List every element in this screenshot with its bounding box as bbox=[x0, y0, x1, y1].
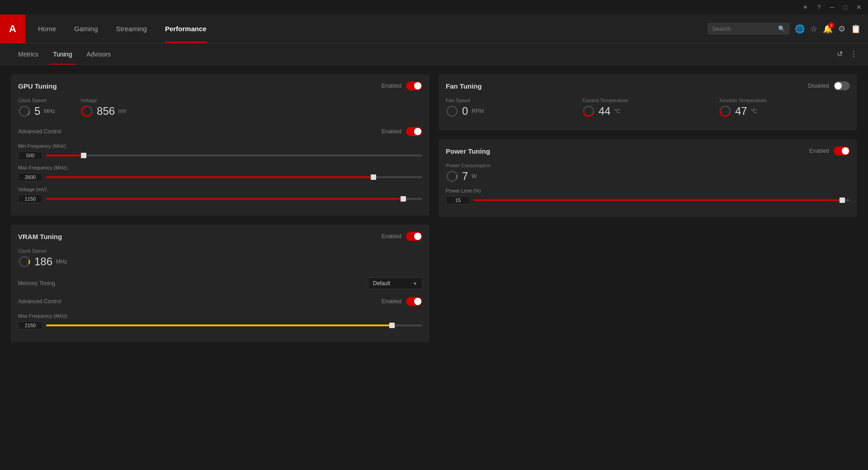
search-box[interactable]: 🔍 bbox=[708, 23, 789, 34]
min-freq-track[interactable] bbox=[46, 155, 422, 156]
memory-timing-label: Memory Timing bbox=[18, 280, 55, 287]
power-limit-track[interactable] bbox=[474, 199, 850, 201]
gpu-tuning-card: GPU Tuning Enabled Clock Speed 5 bbox=[11, 74, 429, 216]
nav-home[interactable]: Home bbox=[29, 14, 65, 43]
power-consumption-value: 7 bbox=[462, 170, 468, 183]
gpu-advanced-enabled-label: Enabled bbox=[382, 128, 401, 135]
power-tuning-status: Enabled bbox=[809, 146, 850, 155]
tab-metrics[interactable]: Metrics bbox=[11, 43, 46, 65]
globe-icon[interactable]: 🌐 bbox=[795, 24, 805, 34]
min-freq-container: Min Frequency (MHz) 500 bbox=[18, 143, 422, 160]
power-limit-row: 15 bbox=[446, 196, 850, 204]
gpu-voltage-unit: mV bbox=[118, 108, 127, 114]
max-freq-value[interactable]: 2600 bbox=[18, 173, 42, 181]
vram-advanced-toggle[interactable] bbox=[406, 297, 422, 306]
max-freq-row: 2600 bbox=[18, 173, 422, 181]
power-consumption-dial bbox=[446, 170, 458, 183]
gpu-tuning-status: Enabled bbox=[382, 81, 422, 90]
app-logo[interactable]: A bbox=[0, 14, 25, 43]
fan-speed-dial bbox=[446, 105, 458, 118]
search-icon: 🔍 bbox=[778, 25, 785, 32]
power-consumption-label: Power Consumption bbox=[446, 163, 491, 168]
left-panel: GPU Tuning Enabled Clock Speed 5 bbox=[11, 74, 429, 461]
gpu-tuning-title: GPU Tuning bbox=[18, 82, 57, 90]
book-icon[interactable]: 📋 bbox=[851, 24, 861, 34]
refresh-icon[interactable]: ↺ bbox=[837, 50, 843, 58]
gpu-advanced-label: Advanced Control bbox=[18, 128, 61, 135]
vram-clock-unit: MHz bbox=[56, 258, 67, 265]
search-input[interactable] bbox=[712, 25, 775, 32]
gpu-clock-label: Clock Speed bbox=[18, 98, 55, 103]
max-freq-track[interactable] bbox=[46, 176, 422, 178]
vram-advanced-enabled-label: Enabled bbox=[382, 298, 401, 305]
memory-timing-dropdown[interactable]: Default ▼ bbox=[368, 277, 422, 289]
gpu-clock-stat: Clock Speed 5 MHz bbox=[18, 98, 55, 118]
vram-advanced-status: Enabled bbox=[382, 297, 422, 306]
vram-enabled-label: Enabled bbox=[382, 233, 401, 240]
tab-tuning[interactable]: Tuning bbox=[46, 43, 79, 65]
sub-nav-right: ↺ ⋮ bbox=[837, 50, 857, 58]
more-options-icon[interactable]: ⋮ bbox=[850, 50, 857, 58]
sub-nav: Metrics Tuning Advisors ↺ ⋮ bbox=[0, 43, 868, 65]
max-freq-thumb[interactable] bbox=[371, 174, 376, 180]
fan-speed-label: Fan Speed bbox=[446, 98, 577, 103]
nav-gaming[interactable]: Gaming bbox=[65, 14, 107, 43]
max-freq-container: Max Frequency (MHz) 2600 bbox=[18, 165, 422, 181]
gpu-advanced-toggle[interactable] bbox=[406, 127, 422, 136]
gpu-voltage-value: 856 bbox=[97, 105, 115, 118]
vram-tuning-title: VRAM Tuning bbox=[18, 233, 62, 240]
bell-icon[interactable]: 🔔 2 bbox=[823, 24, 833, 34]
power-enabled-label: Enabled bbox=[809, 148, 829, 154]
voltage-mv-value[interactable]: 1150 bbox=[18, 195, 42, 203]
min-freq-thumb[interactable] bbox=[81, 153, 86, 158]
max-freq-fill bbox=[46, 176, 373, 178]
fan-tuning-toggle[interactable] bbox=[834, 81, 850, 90]
gpu-clock-value: 5 bbox=[34, 105, 40, 118]
nav-performance[interactable]: Performance bbox=[156, 14, 216, 43]
close-icon[interactable]: ✕ bbox=[854, 2, 864, 13]
max-freq-label: Max Frequency (MHz) bbox=[18, 165, 422, 170]
min-freq-row: 500 bbox=[18, 151, 422, 160]
vram-max-freq-thumb[interactable] bbox=[389, 323, 395, 328]
power-limit-value[interactable]: 15 bbox=[446, 196, 470, 204]
power-consumption-stat: Power Consumption 7 W bbox=[446, 163, 491, 183]
voltage-mv-track[interactable] bbox=[46, 198, 422, 200]
power-tuning-toggle[interactable] bbox=[834, 146, 850, 155]
title-bar: ☀ ? ─ □ ✕ bbox=[0, 0, 868, 14]
tab-advisors[interactable]: Advisors bbox=[79, 43, 118, 65]
gpu-tuning-header: GPU Tuning Enabled bbox=[18, 81, 422, 90]
voltage-mv-row: 1150 bbox=[18, 195, 422, 203]
gpu-tuning-toggle[interactable] bbox=[406, 81, 422, 90]
vram-tuning-toggle[interactable] bbox=[406, 232, 422, 241]
gpu-voltage-stat: Voltage 856 mV bbox=[80, 98, 127, 118]
power-consumption-value-row: 7 W bbox=[446, 170, 491, 183]
nav-links: Home Gaming Streaming Performance bbox=[29, 14, 216, 43]
vram-clock-dial bbox=[18, 255, 31, 268]
gpu-voltage-dial bbox=[80, 105, 93, 118]
vram-max-freq-value[interactable]: 2150 bbox=[18, 321, 42, 329]
maximize-icon[interactable]: □ bbox=[841, 2, 850, 13]
nav-streaming[interactable]: Streaming bbox=[107, 14, 156, 43]
power-tuning-header: Power Tuning Enabled bbox=[446, 146, 850, 155]
vram-max-freq-track[interactable] bbox=[46, 324, 422, 326]
vram-max-freq-row: 2150 bbox=[18, 321, 422, 329]
power-limit-thumb[interactable] bbox=[840, 197, 845, 203]
gpu-stats-row: Clock Speed 5 MHz Voltage bbox=[18, 98, 422, 118]
min-freq-value[interactable]: 500 bbox=[18, 151, 42, 160]
power-consumption-unit: W bbox=[472, 173, 476, 179]
vram-advanced-control-row: Advanced Control Enabled bbox=[18, 293, 422, 310]
star-icon[interactable]: ☆ bbox=[810, 24, 817, 34]
main-content: GPU Tuning Enabled Clock Speed 5 bbox=[0, 65, 868, 470]
sun-icon[interactable]: ☀ bbox=[800, 2, 811, 13]
power-limit-container: Power Limit (%) 15 bbox=[446, 188, 850, 204]
svg-point-4 bbox=[19, 257, 29, 267]
svg-point-11 bbox=[447, 171, 457, 181]
vram-advanced-label: Advanced Control bbox=[18, 298, 61, 305]
power-limit-label: Power Limit (%) bbox=[446, 188, 850, 193]
vram-stats-row: Clock Speed 186 MHz bbox=[18, 248, 422, 268]
minimize-icon[interactable]: ─ bbox=[827, 2, 837, 13]
question-icon[interactable]: ? bbox=[815, 2, 824, 13]
vram-clock-stat: Clock Speed 186 MHz bbox=[18, 248, 67, 268]
gear-icon[interactable]: ⚙ bbox=[838, 24, 845, 34]
voltage-mv-thumb[interactable] bbox=[401, 196, 406, 202]
